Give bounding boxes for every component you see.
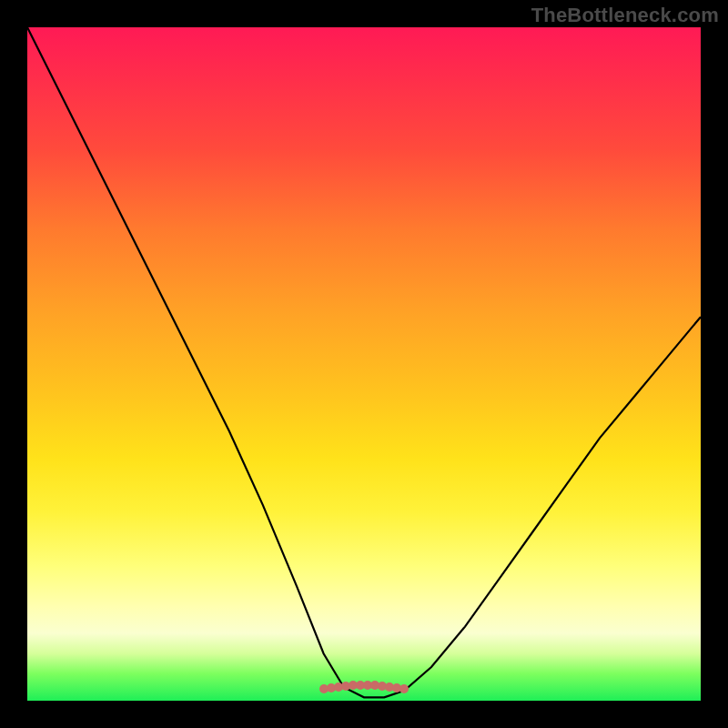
bottleneck-curve: [27, 27, 701, 701]
plot-area: [27, 27, 701, 701]
watermark-label: TheBottleneck.com: [531, 4, 719, 27]
curve-path: [27, 27, 701, 697]
chart-frame: TheBottleneck.com: [0, 0, 728, 728]
